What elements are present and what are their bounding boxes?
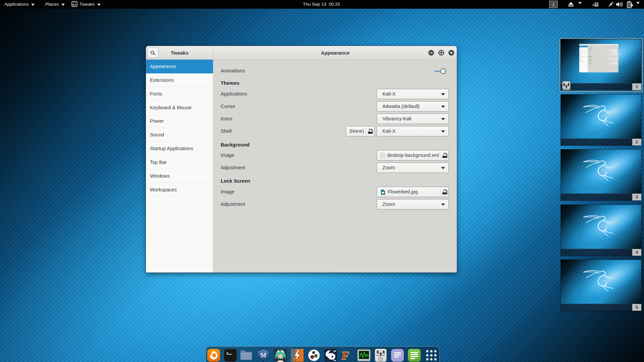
- svg-text:F: F: [341, 349, 350, 362]
- svg-text:</>: </>: [381, 155, 384, 157]
- svg-text:M: M: [260, 352, 266, 359]
- svg-text:$: $: [226, 352, 229, 356]
